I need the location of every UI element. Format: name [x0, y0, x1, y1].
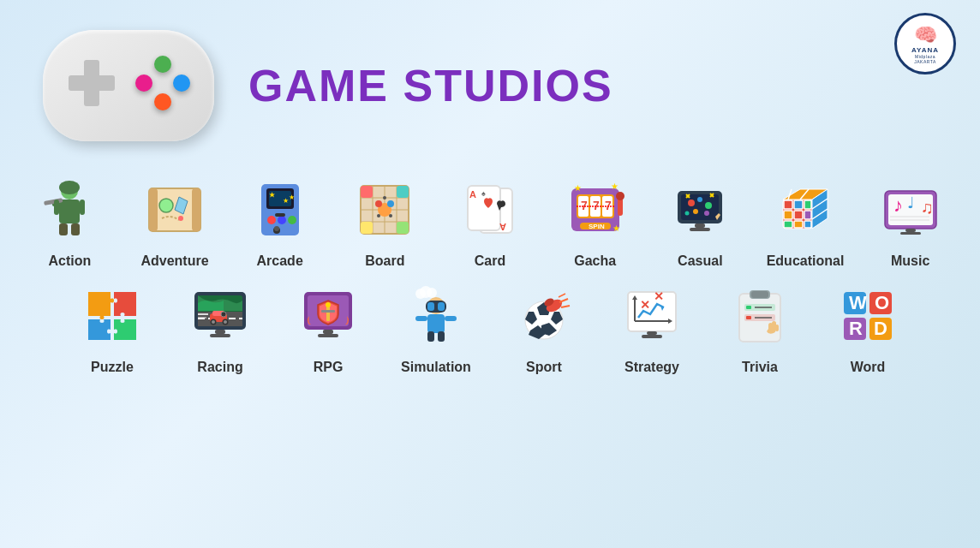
svg-point-70	[704, 211, 709, 216]
svg-rect-123	[415, 316, 427, 321]
svg-point-67	[697, 197, 702, 202]
svg-rect-118	[321, 310, 335, 313]
rpg-icon	[290, 277, 367, 354]
svg-text:7: 7	[605, 199, 612, 212]
category-word[interactable]: W O R D 1 1 1 2 Word	[814, 277, 922, 375]
sport-icon	[505, 277, 583, 354]
svg-point-40	[377, 214, 380, 217]
svg-rect-80	[794, 200, 803, 209]
svg-rect-130	[438, 302, 445, 311]
svg-rect-87	[804, 221, 811, 228]
svg-text:1: 1	[861, 332, 864, 338]
svg-rect-121	[318, 334, 338, 337]
svg-rect-99	[905, 229, 916, 232]
page-title: GAME STUDIOS	[248, 60, 613, 111]
svg-rect-77	[690, 228, 710, 231]
svg-rect-11	[192, 188, 200, 231]
svg-rect-122	[427, 314, 445, 333]
svg-point-133	[427, 288, 437, 298]
simulation-icon	[397, 277, 475, 354]
rpg-label: RPG	[314, 360, 344, 375]
category-card[interactable]: A A ♠ Card	[438, 171, 543, 269]
svg-text:✕: ✕	[746, 315, 750, 320]
svg-rect-7	[80, 200, 85, 215]
svg-rect-35	[361, 222, 373, 234]
svg-rect-125	[427, 331, 434, 342]
racing-icon	[182, 277, 259, 354]
svg-point-20	[267, 216, 276, 224]
svg-line-138	[561, 306, 570, 307]
category-row-1: Action Adventure	[17, 171, 963, 269]
trivia-icon: ✓ ✕	[721, 277, 798, 354]
arcade-icon: ★ ★	[242, 171, 319, 248]
logo-location: JAKARTA	[914, 59, 936, 64]
svg-rect-100	[900, 232, 921, 235]
category-arcade[interactable]: ★ ★ Arcade	[227, 171, 332, 269]
category-gacha[interactable]: 7 7 7 ★ ★ ★ SPIN Gacha	[542, 171, 648, 269]
svg-text:A: A	[469, 189, 476, 200]
logo-icon: 🧠	[914, 24, 937, 46]
category-sport[interactable]: Sport	[490, 277, 598, 375]
svg-rect-126	[438, 331, 445, 342]
svg-rect-163	[775, 325, 779, 331]
svg-text:♪: ♪	[893, 194, 903, 216]
svg-text:★: ★	[574, 183, 582, 193]
svg-rect-82	[784, 211, 792, 219]
category-educational[interactable]: Educational	[753, 171, 858, 269]
svg-rect-10	[149, 188, 158, 231]
gacha-label: Gacha	[574, 253, 616, 269]
svg-rect-34	[397, 186, 409, 198]
category-adventure[interactable]: Adventure	[122, 171, 228, 269]
gacha-icon: 7 7 7 ★ ★ ★ SPIN	[557, 171, 634, 248]
svg-text:1: 1	[861, 307, 864, 313]
category-casual[interactable]: Casual	[648, 171, 753, 269]
buttons-icon	[135, 56, 190, 110]
casual-icon	[661, 171, 738, 248]
category-board[interactable]: Board	[332, 171, 438, 269]
svg-text:D: D	[874, 318, 887, 339]
svg-point-41	[383, 196, 386, 200]
svg-rect-149	[642, 335, 662, 338]
svg-point-68	[705, 202, 712, 209]
svg-rect-162	[768, 323, 773, 331]
svg-text:♫: ♫	[921, 198, 934, 217]
category-action[interactable]: Action	[17, 171, 122, 269]
educational-label: Educational	[767, 253, 845, 269]
categories-container: Action Adventure	[0, 171, 980, 375]
simulation-label: Simulation	[401, 360, 471, 375]
svg-text:7: 7	[581, 199, 588, 212]
svg-point-21	[278, 216, 286, 224]
svg-rect-36	[397, 222, 409, 234]
strategy-label: Strategy	[624, 360, 679, 375]
category-trivia[interactable]: ✓ ✕ Trivia	[706, 277, 814, 375]
svg-rect-79	[784, 200, 792, 209]
svg-rect-33	[361, 186, 373, 198]
action-icon	[31, 171, 108, 248]
svg-text:2: 2	[887, 332, 890, 338]
category-simulation[interactable]: Simulation	[382, 277, 490, 375]
svg-rect-113	[215, 330, 225, 334]
svg-rect-1	[59, 200, 80, 223]
svg-text:✕: ✕	[640, 298, 650, 312]
category-rpg[interactable]: RPG	[274, 277, 382, 375]
word-label: Word	[851, 360, 886, 375]
svg-text:♩: ♩	[907, 194, 914, 211]
svg-rect-76	[695, 223, 705, 228]
sport-label: Sport	[526, 360, 562, 375]
trivia-label: Trivia	[742, 360, 778, 375]
category-strategy[interactable]: ✕ ✕ Strategy	[598, 277, 706, 375]
svg-rect-6	[54, 200, 59, 215]
category-puzzle[interactable]: Puzzle	[58, 277, 166, 375]
racing-label: Racing	[197, 360, 242, 375]
category-music[interactable]: ♪ ♩ ♫ Music	[858, 171, 963, 269]
svg-point-13	[178, 216, 183, 221]
puzzle-label: Puzzle	[91, 360, 134, 375]
svg-point-8	[59, 181, 80, 194]
category-racing[interactable]: Racing	[166, 277, 274, 375]
svg-text:★: ★	[611, 182, 618, 191]
svg-point-66	[688, 200, 695, 206]
svg-text:A: A	[499, 222, 506, 232]
svg-point-58	[616, 192, 624, 200]
svg-rect-81	[804, 200, 811, 209]
svg-rect-5	[71, 223, 80, 235]
